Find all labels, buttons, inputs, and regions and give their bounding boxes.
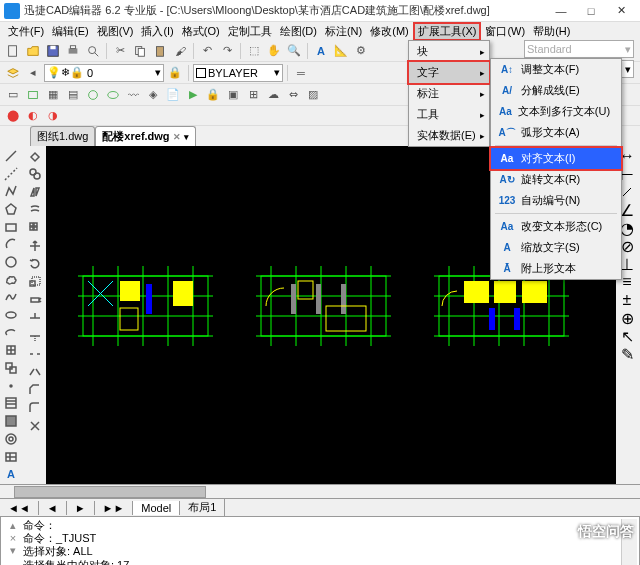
text-style-combo[interactable]: Standard▾ [524, 40, 634, 58]
select-icon[interactable]: ▭ [4, 86, 22, 104]
break-icon[interactable] [26, 346, 44, 362]
ellipse-tool-icon[interactable] [2, 307, 20, 323]
polyline-icon[interactable]: 〰 [124, 86, 142, 104]
chamfer-icon[interactable] [26, 382, 44, 398]
leader-icon[interactable]: ↖ [618, 328, 636, 344]
cut-icon[interactable]: ✂ [111, 42, 129, 60]
layout-1[interactable]: 布局1 [180, 499, 225, 516]
text-to-mtext[interactable]: Aa文本到多行文本(U) [491, 101, 621, 122]
nav-prev-icon[interactable]: ◄ [39, 501, 67, 515]
hatch-icon[interactable]: ▨ [304, 86, 322, 104]
copy-tool-icon[interactable] [26, 166, 44, 182]
text-arc[interactable]: A⌒弧形文本(A) [491, 122, 621, 143]
spline-icon[interactable] [2, 290, 20, 306]
new-icon[interactable] [4, 42, 22, 60]
tab-peilou-xref[interactable]: 配楼xref.dwg✕▾ [95, 126, 195, 146]
zoom-icon[interactable]: 🔍 [285, 42, 303, 60]
layer-prev-icon[interactable]: ◂ [24, 64, 42, 82]
cloud-icon[interactable]: ☁ [264, 86, 282, 104]
paste-icon[interactable] [151, 42, 169, 60]
submenu-tools[interactable]: 工具▸ [409, 104, 489, 125]
open-icon[interactable] [24, 42, 42, 60]
undo-icon[interactable]: ↶ [198, 42, 216, 60]
gradient-icon[interactable] [2, 413, 20, 429]
erase-icon[interactable] [26, 148, 44, 164]
cmd-up-icon[interactable]: ▴ [10, 519, 16, 532]
pan-icon[interactable]: ✋ [265, 42, 283, 60]
center-mark-icon[interactable]: ⊕ [618, 310, 636, 326]
ellipse-icon[interactable] [104, 86, 122, 104]
nav-last-icon[interactable]: ►► [95, 501, 134, 515]
minimize-button[interactable]: ― [546, 1, 576, 21]
table-icon[interactable] [2, 449, 20, 465]
text-style-icon[interactable]: A [312, 42, 330, 60]
polygon-icon[interactable] [2, 201, 20, 217]
menu-custom-tools[interactable]: 定制工具 [224, 24, 276, 39]
text-fit[interactable]: A↕调整文本(F) [491, 59, 621, 80]
preview-icon[interactable] [84, 42, 102, 60]
rect-tool-icon[interactable] [2, 219, 20, 235]
cmd-down-icon[interactable]: ▾ [10, 544, 16, 557]
menu-extend-tools[interactable]: 扩展工具(X) [413, 22, 482, 41]
explode-icon[interactable] [26, 418, 44, 434]
rect-icon[interactable] [24, 86, 42, 104]
mtext-icon[interactable]: A [2, 466, 20, 482]
entity-icon[interactable]: ⬚ [245, 42, 263, 60]
tab-drawing1[interactable]: 图纸1.dwg [30, 126, 95, 146]
ellipse-arc-icon[interactable] [2, 325, 20, 341]
menu-insert[interactable]: 插入(I) [137, 24, 177, 39]
play-icon[interactable]: ▶ [184, 86, 202, 104]
point-icon[interactable] [2, 378, 20, 394]
scale-icon[interactable] [26, 274, 44, 290]
text-justify[interactable]: Aa对齐文本(I) [491, 148, 621, 169]
layer-combo[interactable]: 💡❄🔒 0▾ [44, 64, 164, 82]
color-combo[interactable]: BYLAYER▾ [193, 64, 283, 82]
settings-icon[interactable]: ⚙ [352, 42, 370, 60]
circle-icon[interactable] [2, 254, 20, 270]
lock2-icon[interactable]: 🔒 [204, 86, 222, 104]
revcloud-icon[interactable] [2, 272, 20, 288]
snap-3-icon[interactable]: ◑ [44, 107, 62, 125]
isolate-icon[interactable]: ◈ [144, 86, 162, 104]
close-button[interactable]: ✕ [606, 1, 636, 21]
snap-1-icon[interactable]: ⬤ [4, 107, 22, 125]
layout-model[interactable]: Model [133, 501, 180, 515]
hatch-tool-icon[interactable] [2, 396, 20, 412]
text-autonumber[interactable]: 123自动编号(N) [491, 190, 621, 211]
move-icon[interactable] [26, 238, 44, 254]
menu-modify[interactable]: 修改(M) [366, 24, 413, 39]
line-icon[interactable] [2, 148, 20, 164]
print2-icon[interactable]: 📄 [164, 86, 182, 104]
arc-icon[interactable] [2, 236, 20, 252]
save-icon[interactable] [44, 42, 62, 60]
layers-icon[interactable]: ▦ [44, 86, 62, 104]
block-icon[interactable]: ▣ [224, 86, 242, 104]
dim-style-icon[interactable]: 📐 [332, 42, 350, 60]
menu-view[interactable]: 视图(V) [93, 24, 138, 39]
rotate-icon[interactable] [26, 256, 44, 272]
submenu-dimension[interactable]: 标注▸ [409, 83, 489, 104]
submenu-text[interactable]: 文字▸ [409, 62, 489, 83]
text-scale[interactable]: A缩放文字(S) [491, 237, 621, 258]
offset-icon[interactable] [26, 202, 44, 218]
canvas-hscroll[interactable] [0, 484, 640, 498]
tolerance-icon[interactable]: ± [618, 292, 636, 308]
join-icon[interactable] [26, 364, 44, 380]
extend-icon[interactable] [26, 328, 44, 344]
xline-icon[interactable] [2, 166, 20, 182]
nav-first-icon[interactable]: ◄◄ [0, 501, 39, 515]
print-icon[interactable] [64, 42, 82, 60]
redo-icon[interactable]: ↷ [218, 42, 236, 60]
layer-mgr-icon[interactable] [4, 64, 22, 82]
insert-block-icon[interactable] [2, 343, 20, 359]
mirror-icon[interactable] [26, 184, 44, 200]
menu-help[interactable]: 帮助(H) [529, 24, 574, 39]
maximize-button[interactable]: □ [576, 1, 606, 21]
linetype-icon[interactable]: ═ [292, 64, 310, 82]
nav-next-icon[interactable]: ► [67, 501, 95, 515]
menu-draw[interactable]: 绘图(D) [276, 24, 321, 39]
tab-close-icon[interactable]: ✕ [173, 132, 181, 142]
array-icon[interactable] [26, 220, 44, 236]
cmd-scrollbar[interactable] [621, 519, 637, 565]
text-explode[interactable]: A/分解成线(E) [491, 80, 621, 101]
